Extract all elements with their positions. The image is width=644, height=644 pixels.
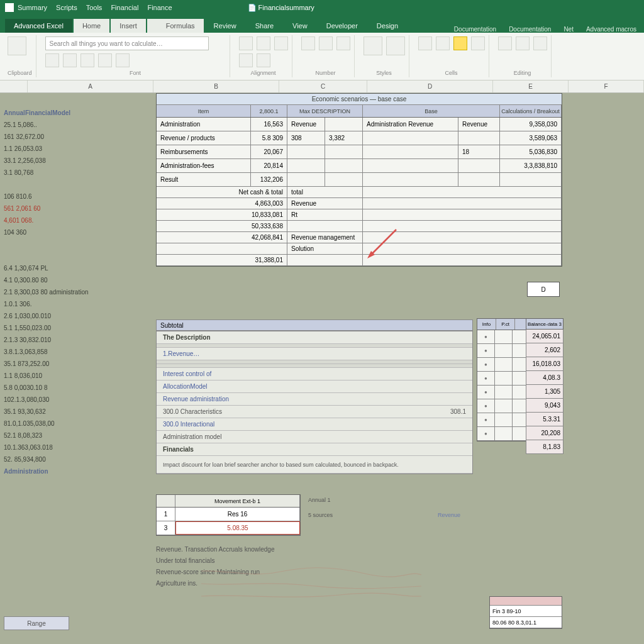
- row-label[interactable]: 35.1 93,30,632: [4, 406, 148, 418]
- link[interactable]: Documentation: [509, 26, 551, 33]
- cell[interactable]: [500, 173, 562, 186]
- col-header[interactable]: Max DESCRIPTION: [287, 105, 363, 117]
- delete-button[interactable]: [436, 36, 450, 50]
- cell[interactable]: [495, 358, 513, 371]
- row-label[interactable]: Administration: [4, 465, 148, 477]
- cell[interactable]: 5,036,830: [500, 145, 562, 158]
- cell[interactable]: 20,067: [251, 145, 287, 158]
- col-header[interactable]: Balance-data 3: [526, 318, 564, 330]
- cell[interactable]: 132,206: [251, 173, 287, 186]
- cell[interactable]: 2,602: [526, 343, 564, 357]
- row-label[interactable]: [4, 250, 148, 262]
- cell[interactable]: 31,388,01: [157, 255, 287, 265]
- col-header[interactable]: E: [493, 80, 569, 92]
- cell[interactable]: Revenue: [458, 118, 500, 131]
- row-label[interactable]: 4,601 068.: [4, 214, 148, 226]
- link[interactable]: Revenue: [438, 512, 460, 518]
- cell[interactable]: 5.3.31: [526, 413, 564, 426]
- cell[interactable]: Revenue / products: [157, 131, 251, 145]
- floating-cell[interactable]: D: [527, 282, 560, 297]
- row-label[interactable]: 106 810.6: [4, 191, 148, 203]
- cell[interactable]: [495, 413, 513, 426]
- tab-formulas[interactable]: Formulas: [147, 19, 204, 33]
- highlight-button[interactable]: [453, 36, 467, 50]
- link[interactable]: Interest control of: [157, 368, 472, 380]
- menu-item[interactable]: Financial: [111, 4, 138, 11]
- cell[interactable]: Administration Revenue: [363, 118, 458, 131]
- format-button[interactable]: [471, 36, 485, 50]
- paste-button[interactable]: [8, 36, 26, 55]
- row-label[interactable]: [4, 179, 148, 191]
- cell[interactable]: [495, 330, 513, 343]
- row-label[interactable]: 52.1 8,08,323: [4, 430, 148, 441]
- row-label[interactable]: 6.4 1,30,674 PL: [4, 262, 148, 274]
- cell[interactable]: 50,333,638: [157, 221, 287, 231]
- cell[interactable]: 9,043: [526, 399, 564, 413]
- cell[interactable]: [363, 187, 562, 197]
- cell[interactable]: 20,814: [251, 159, 287, 172]
- col-header[interactable]: D: [367, 80, 493, 92]
- merge-button[interactable]: [257, 53, 270, 67]
- cell[interactable]: Revenue: [287, 198, 363, 209]
- row-label[interactable]: 1.0.1 306.: [4, 298, 148, 310]
- cell[interactable]: 9,358,030: [500, 118, 562, 131]
- row-label[interactable]: 2.1 8,300,03 80 administration: [4, 286, 148, 298]
- col-header[interactable]: P.ct: [496, 319, 515, 330]
- row-label[interactable]: 1.1 26,053.03: [4, 143, 148, 155]
- select-all-corner[interactable]: [0, 80, 28, 92]
- bold-button[interactable]: [45, 53, 59, 67]
- link[interactable]: Documentation: [454, 26, 496, 33]
- cell[interactable]: 16,018.03: [526, 357, 564, 371]
- sum-button[interactable]: [498, 36, 512, 50]
- cond-format-button[interactable]: [364, 36, 382, 55]
- fill-button[interactable]: [116, 53, 130, 67]
- cell[interactable]: [495, 427, 513, 440]
- link[interactable]: 1.Revenue…: [157, 348, 472, 360]
- cell[interactable]: [287, 145, 325, 158]
- tab-view[interactable]: View: [284, 19, 316, 33]
- cell[interactable]: Revenue management: [287, 232, 363, 243]
- row-label[interactable]: 5.8 0,0030.10 8: [4, 382, 148, 394]
- comma-button[interactable]: [336, 36, 350, 50]
- worksheet-area[interactable]: AnnualFinancialModel25.1 5,086..161 32,6…: [0, 93, 644, 644]
- underline-button[interactable]: [80, 53, 94, 67]
- row-label[interactable]: 4.1 0,300.80 80: [4, 274, 148, 286]
- cell[interactable]: [495, 372, 513, 385]
- col-header[interactable]: F: [569, 80, 644, 92]
- cell[interactable]: [157, 243, 287, 254]
- cell[interactable]: [363, 159, 458, 172]
- col-header[interactable]: Calculations / Breakout: [500, 105, 562, 117]
- col-header[interactable]: Movement Ext-b 1: [175, 495, 300, 507]
- cell[interactable]: 10,833,081: [157, 209, 287, 220]
- wrap-button[interactable]: [239, 53, 253, 67]
- cell[interactable]: [458, 159, 500, 172]
- row-label[interactable]: 25.1 5,086..: [4, 119, 148, 131]
- cell[interactable]: [287, 221, 363, 231]
- row-label[interactable]: 2.6 1,030,00.010: [4, 310, 148, 322]
- italic-button[interactable]: [63, 53, 77, 67]
- row-label[interactable]: 102.1.3,080,030: [4, 394, 148, 406]
- table-format-button[interactable]: [386, 36, 405, 55]
- cell[interactable]: [495, 399, 513, 413]
- cell[interactable]: [363, 145, 458, 158]
- row-label[interactable]: 5.1 1,550,023.00: [4, 322, 148, 334]
- row-label[interactable]: 3.8.1.3,063,858: [4, 346, 148, 358]
- sheet-tab[interactable]: Range: [4, 616, 69, 630]
- percent-button[interactable]: [319, 36, 333, 50]
- cell[interactable]: Revenue: [287, 118, 325, 131]
- cell[interactable]: [363, 209, 562, 220]
- col-header[interactable]: Info: [477, 319, 496, 330]
- cell[interactable]: 3,589,063: [500, 131, 562, 145]
- row-label[interactable]: 561 2,061 60: [4, 203, 148, 214]
- cell[interactable]: Result: [157, 173, 251, 186]
- col-header[interactable]: C: [279, 80, 367, 92]
- row-label[interactable]: AnnualFinancialModel: [4, 107, 148, 119]
- cell[interactable]: 1,305: [526, 385, 564, 399]
- row-label[interactable]: 3.1 80,768: [4, 167, 148, 179]
- link[interactable]: Revenue administration: [157, 393, 472, 406]
- row-label[interactable]: 104 360: [4, 226, 148, 238]
- cell[interactable]: 4,863,003: [157, 198, 287, 209]
- menu-item[interactable]: Finance: [147, 4, 172, 11]
- align-center-button[interactable]: [257, 36, 270, 50]
- menu-item[interactable]: Scripts: [56, 4, 77, 11]
